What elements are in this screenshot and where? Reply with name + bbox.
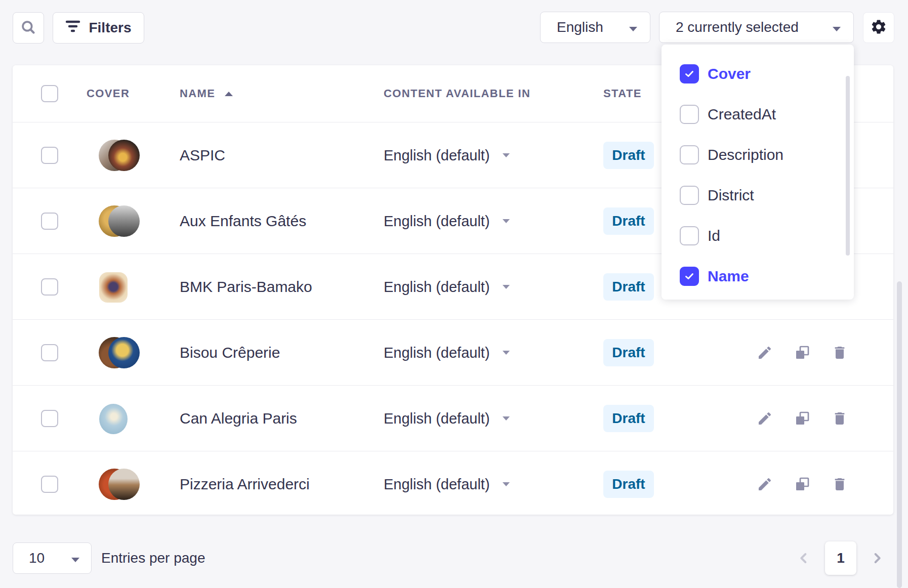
- gear-icon: [870, 18, 887, 37]
- filters-button[interactable]: Filters: [53, 12, 144, 44]
- search-icon: [20, 19, 37, 37]
- dropdown-scrollbar[interactable]: [846, 76, 850, 256]
- row-checkbox[interactable]: [41, 410, 58, 427]
- trash-icon: [832, 345, 848, 361]
- cover-avatar: [99, 272, 128, 303]
- locale-cell[interactable]: English (default): [384, 386, 510, 451]
- cover-avatar: [108, 205, 140, 237]
- caret-down-icon: [832, 19, 841, 35]
- trash-icon: [832, 476, 848, 492]
- table-row[interactable]: Bisou Crêperie English (default) Draft: [13, 319, 893, 385]
- row-checkbox[interactable]: [41, 476, 58, 493]
- column-option-id[interactable]: Id: [662, 216, 854, 256]
- column-option-description[interactable]: Description: [662, 135, 854, 175]
- duplicate-button[interactable]: [792, 408, 812, 429]
- table-row[interactable]: Can Alegria Paris English (default) Draf…: [13, 385, 893, 451]
- edit-button[interactable]: [755, 408, 775, 429]
- checkbox-checked-icon[interactable]: [680, 64, 699, 83]
- delete-button[interactable]: [830, 408, 850, 429]
- previous-page-button[interactable]: [796, 550, 812, 566]
- cover-avatar: [108, 469, 140, 500]
- chevron-right-icon: [869, 550, 885, 566]
- caret-down-icon: [502, 416, 510, 421]
- column-header-cover: COVER: [87, 65, 130, 122]
- status-badge: Draft: [603, 273, 654, 301]
- caret-down-icon: [502, 219, 510, 224]
- row-checkbox[interactable]: [41, 147, 58, 164]
- column-option-name[interactable]: Name: [662, 256, 854, 297]
- column-header-name[interactable]: NAME: [180, 65, 215, 122]
- column-settings-dropdown: Cover CreatedAt Description District Id …: [662, 45, 854, 300]
- filters-button-label: Filters: [89, 20, 131, 36]
- page-1-button[interactable]: 1: [825, 541, 856, 575]
- duplicate-button[interactable]: [792, 343, 812, 363]
- search-button[interactable]: [13, 12, 44, 44]
- caret-down-icon: [502, 153, 510, 158]
- locale-select-value: English: [557, 19, 603, 35]
- row-actions: [755, 320, 850, 386]
- column-settings-value: 2 currently selected: [676, 19, 799, 35]
- locale-cell[interactable]: English (default): [384, 254, 510, 320]
- row-checkbox[interactable]: [41, 278, 58, 296]
- status-badge: Draft: [603, 339, 654, 366]
- duplicate-icon: [794, 345, 810, 361]
- caret-down-icon: [502, 284, 510, 289]
- edit-button[interactable]: [755, 343, 775, 363]
- cover-avatar: [99, 404, 128, 434]
- sort-ascending-icon[interactable]: [224, 65, 233, 122]
- row-actions: [755, 451, 850, 517]
- locale-cell[interactable]: English (default): [384, 188, 510, 254]
- page-size-select[interactable]: 10: [13, 542, 92, 574]
- column-header-content-available-in: CONTENT AVAILABLE IN: [384, 65, 530, 122]
- duplicate-icon: [794, 476, 810, 492]
- column-option-cover[interactable]: Cover: [662, 54, 854, 94]
- locale-cell[interactable]: English (default): [384, 122, 510, 188]
- pencil-icon: [757, 410, 773, 427]
- status-badge: Draft: [603, 405, 654, 432]
- locale-select[interactable]: English: [540, 12, 650, 43]
- entries-per-page-label: Entries per page: [101, 542, 205, 574]
- checkbox-checked-icon[interactable]: [680, 267, 699, 286]
- checkbox-unchecked[interactable]: [680, 105, 699, 124]
- column-option-district[interactable]: District: [662, 175, 854, 216]
- status-badge: Draft: [603, 471, 654, 498]
- row-checkbox[interactable]: [41, 344, 58, 361]
- select-all-checkbox[interactable]: [41, 85, 58, 102]
- next-page-button[interactable]: [869, 550, 885, 566]
- entry-name: ASPIC: [180, 122, 225, 188]
- table-row[interactable]: Pizzeria Arrivederci English (default) D…: [13, 451, 893, 517]
- caret-down-icon: [629, 19, 638, 35]
- column-header-state: STATE: [603, 65, 642, 122]
- column-settings-select[interactable]: 2 currently selected: [659, 12, 854, 43]
- status-badge: Draft: [603, 207, 654, 235]
- row-actions: [755, 386, 850, 451]
- chevron-left-icon: [796, 550, 812, 566]
- column-option-createdat[interactable]: CreatedAt: [662, 94, 854, 135]
- locale-cell[interactable]: English (default): [384, 451, 510, 517]
- settings-button[interactable]: [863, 12, 894, 43]
- page-scrollbar[interactable]: [897, 281, 902, 588]
- entry-name: Bisou Crêperie: [180, 320, 280, 386]
- checkbox-unchecked[interactable]: [680, 186, 699, 205]
- cover-avatar: [108, 140, 140, 171]
- duplicate-icon: [794, 410, 810, 427]
- row-checkbox[interactable]: [41, 213, 58, 230]
- entry-name: BMK Paris-Bamako: [180, 254, 312, 320]
- content-manager-list-view: Filters English 2 currently selected COV…: [0, 0, 908, 588]
- entry-name: Aux Enfants Gâtés: [180, 188, 306, 254]
- page-size-value: 10: [29, 550, 45, 566]
- trash-icon: [832, 410, 848, 427]
- duplicate-button[interactable]: [792, 474, 812, 494]
- pencil-icon: [757, 476, 773, 492]
- delete-button[interactable]: [830, 343, 850, 363]
- delete-button[interactable]: [830, 474, 850, 494]
- status-badge: Draft: [603, 142, 654, 169]
- entry-name: Can Alegria Paris: [180, 386, 297, 451]
- checkbox-unchecked[interactable]: [680, 226, 699, 245]
- edit-button[interactable]: [755, 474, 775, 494]
- caret-down-icon: [502, 482, 510, 487]
- cover-avatar: [108, 337, 140, 368]
- locale-cell[interactable]: English (default): [384, 320, 510, 386]
- checkbox-unchecked[interactable]: [680, 145, 699, 164]
- filter-icon: [65, 20, 80, 36]
